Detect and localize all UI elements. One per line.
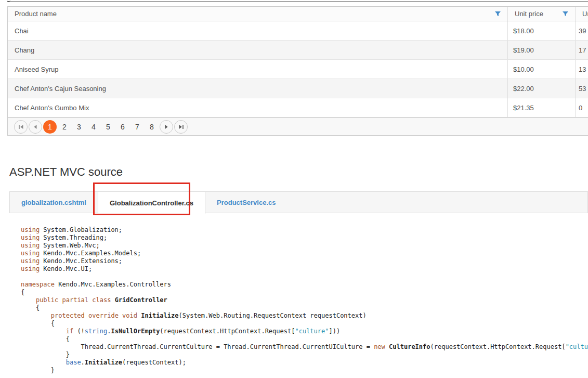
column-header-unit-price[interactable]: Unit price <box>507 7 575 21</box>
unit-price-cell: $19.00 <box>507 41 575 59</box>
pager-prev-button[interactable] <box>29 120 42 134</box>
grid-pager: 1 2 3 4 5 6 7 8 <box>8 118 588 135</box>
table-row[interactable]: Chef Anton's Cajun Seasoning $22.00 53 <box>8 79 588 98</box>
table-row[interactable]: Aniseed Syrup $10.00 13 <box>8 60 588 79</box>
column-title: Unit price <box>515 10 543 18</box>
column-header-units[interactable]: Uni <box>575 7 588 21</box>
tab-globalization-cshtml[interactable]: globalization.cshtml <box>10 192 98 213</box>
pager-page-8[interactable]: 8 <box>145 120 159 134</box>
product-grid: Product name Unit price Uni Chai $18.00 … <box>7 6 588 136</box>
tab-globalizationcontroller-cs[interactable]: GlobalizationController.cs <box>98 192 205 214</box>
next-icon <box>164 122 169 132</box>
units-cell: 39 <box>575 21 588 40</box>
pager-page-1[interactable]: 1 <box>43 120 57 134</box>
units-cell: 17 <box>575 41 588 59</box>
tab-productservice-cs[interactable]: ProductService.cs <box>205 192 287 213</box>
product-name-cell: Chai <box>8 21 507 40</box>
units-cell: 0 <box>575 98 588 117</box>
pager-next-button[interactable] <box>160 120 173 134</box>
seek-first-icon <box>18 122 24 132</box>
units-cell: 13 <box>575 60 588 79</box>
product-name-cell: Chef Anton's Gumbo Mix <box>8 98 507 117</box>
filter-funnel-icon[interactable] <box>494 10 501 19</box>
units-cell: 53 <box>575 79 588 98</box>
column-header-product-name[interactable]: Product name <box>8 7 507 21</box>
filter-funnel-icon[interactable] <box>562 10 569 19</box>
product-name-cell: Aniseed Syrup <box>8 60 507 79</box>
code-block: using System.Globalization;using System.… <box>9 213 588 374</box>
pager-first-button[interactable] <box>14 120 28 134</box>
product-name-cell: Chef Anton's Cajun Seasoning <box>8 79 507 98</box>
grid-header: Product name Unit price Uni <box>8 7 588 21</box>
source-tabstrip: globalization.cshtml GlobalizationContro… <box>9 191 588 213</box>
table-row[interactable]: Chang $19.00 17 <box>8 41 588 60</box>
unit-price-cell: $21.35 <box>507 98 575 117</box>
column-title: Uni <box>582 10 588 18</box>
column-title: Product name <box>15 10 57 18</box>
unit-price-cell: $18.00 <box>507 21 575 40</box>
pager-page-6[interactable]: 6 <box>116 120 129 134</box>
pager-page-4[interactable]: 4 <box>87 120 100 134</box>
pager-page-5[interactable]: 5 <box>101 120 115 134</box>
product-name-cell: Chang <box>8 41 507 59</box>
unit-price-cell: $22.00 <box>507 79 575 98</box>
table-row[interactable]: Chai $18.00 39 <box>8 21 588 41</box>
pager-page-3[interactable]: 3 <box>72 120 86 134</box>
prev-icon <box>33 122 38 132</box>
seek-last-icon <box>178 122 184 132</box>
pager-page-7[interactable]: 7 <box>130 120 144 134</box>
page-title: ASP.NET MVC source <box>9 165 123 179</box>
pager-last-button[interactable] <box>174 120 188 134</box>
top-divider <box>7 1 588 2</box>
pager-page-2[interactable]: 2 <box>58 120 71 134</box>
table-row[interactable]: Chef Anton's Gumbo Mix $21.35 0 <box>8 98 588 118</box>
unit-price-cell: $10.00 <box>507 60 575 79</box>
